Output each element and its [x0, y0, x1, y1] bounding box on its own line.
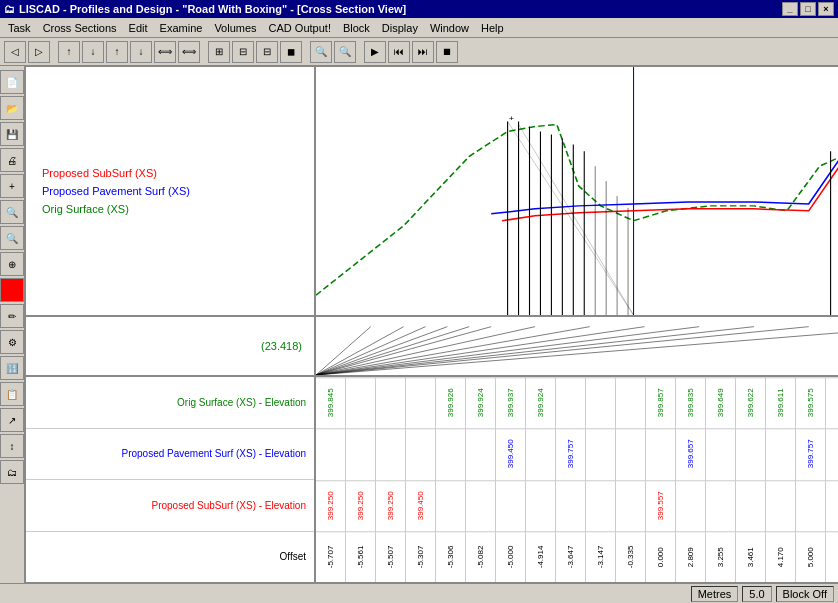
label-offset: Offset	[26, 532, 314, 583]
sidebar-layer[interactable]: 🗂	[0, 460, 24, 484]
svg-line-25	[519, 125, 634, 315]
svg-line-38	[316, 327, 838, 375]
sidebar-red[interactable]	[0, 278, 24, 302]
table-row: 399.757-3.647	[556, 377, 586, 582]
sidebar-settings[interactable]: ⚙	[0, 330, 24, 354]
profile-label: (23.418)	[261, 340, 302, 352]
profile-label-panel: (23.418)	[26, 317, 316, 375]
table-row: 399.857399.5570.000	[646, 377, 676, 582]
sidebar-save[interactable]: 💾	[0, 122, 24, 146]
toolbar-btn-5[interactable]: ↑	[106, 41, 128, 63]
toolbar-btn-8[interactable]: ⟺	[178, 41, 200, 63]
label-pavement-elevation: Proposed Pavement Surf (XS) - Elevation	[26, 429, 314, 481]
table-row: -0.335	[616, 377, 646, 582]
sidebar-zoom-in[interactable]: 🔍	[0, 200, 24, 224]
close-button[interactable]: ×	[818, 2, 834, 16]
svg-line-24	[508, 122, 634, 315]
left-sidebar: 📄 📂 💾 🖨 + 🔍 🔍 ⊕ ✏ ⚙ 🔢 📋 ↗ ↕ 🗂	[0, 66, 25, 583]
svg-line-26	[316, 327, 371, 375]
toolbar-btn-11[interactable]: ⊟	[256, 41, 278, 63]
toolbar-btn-9[interactable]: ⊞	[208, 41, 230, 63]
toolbar-btn-13[interactable]: 🔍	[310, 41, 332, 63]
legend-subsurface: Proposed SubSurf (XS)	[42, 167, 298, 179]
table-row: 399.575399.7575.000	[796, 377, 826, 582]
table-row: 399.6223.461	[736, 377, 766, 582]
sidebar-print[interactable]: 🖨	[0, 148, 24, 172]
sidebar-move[interactable]: ↕	[0, 434, 24, 458]
label-subsurf-elevation: Proposed SubSurf (XS) - Elevation	[26, 480, 314, 532]
toolbar-btn-12[interactable]: ◼	[280, 41, 302, 63]
menu-examine[interactable]: Examine	[154, 20, 209, 36]
menu-window[interactable]: Window	[424, 20, 475, 36]
menu-bar: Task Cross Sections Edit Examine Volumes…	[0, 18, 838, 38]
toolbar-btn-10[interactable]: ⊟	[232, 41, 254, 63]
toolbar-btn-1[interactable]: ◁	[4, 41, 26, 63]
svg-line-32	[316, 327, 535, 375]
menu-cad-output[interactable]: CAD Output!	[263, 20, 337, 36]
toolbar-btn-7[interactable]: ⟺	[154, 41, 176, 63]
legend-panel: Proposed SubSurf (XS) Proposed Pavement …	[26, 67, 316, 315]
table-row: 399.6114.170	[766, 377, 796, 582]
status-value: 5.0	[742, 586, 771, 602]
sidebar-pen[interactable]: ✏	[0, 304, 24, 328]
svg-line-37	[316, 327, 809, 375]
table-row: 399.250-5.561	[346, 377, 376, 582]
menu-display[interactable]: Display	[376, 20, 424, 36]
maximize-button[interactable]: □	[800, 2, 816, 16]
table-row: 399.937399.450-5.000	[496, 377, 526, 582]
status-bar: Metres 5.0 Block Off	[0, 583, 838, 603]
cross-section-svg: + + +	[316, 67, 838, 315]
svg-line-33	[316, 327, 590, 375]
table-row: 399.835399.6572.809	[676, 377, 706, 582]
toolbar-btn-15[interactable]: ▶	[364, 41, 386, 63]
svg-line-35	[316, 327, 699, 375]
data-columns[interactable]: 399.845399.250-5.707399.250-5.561399.250…	[316, 377, 838, 582]
svg-line-28	[316, 327, 425, 375]
toolbar-btn-16[interactable]: ⏮	[388, 41, 410, 63]
sidebar-zoom-extent[interactable]: ⊕	[0, 252, 24, 276]
minimize-button[interactable]: _	[782, 2, 798, 16]
data-table-section: Orig Surface (XS) - Elevation Proposed P…	[26, 377, 838, 582]
metres-label: Metres	[691, 586, 739, 602]
legend-pavement: Proposed Pavement Surf (XS)	[42, 185, 298, 197]
menu-block[interactable]: Block	[337, 20, 376, 36]
svg-line-30	[316, 327, 469, 375]
sidebar-plus[interactable]: +	[0, 174, 24, 198]
toolbar: ◁ ▷ ↑ ↓ ↑ ↓ ⟺ ⟺ ⊞ ⊟ ⊟ ◼ 🔍 🔍 ▶ ⏮ ⏭ ⏹	[0, 38, 838, 66]
app-icon: 🗂	[4, 3, 15, 15]
title-text: LISCAD - Profiles and Design - "Road Wit…	[19, 3, 406, 15]
sidebar-calc[interactable]: 🔢	[0, 356, 24, 380]
block-off-label[interactable]: Block Off	[776, 586, 834, 602]
toolbar-btn-3[interactable]: ↑	[58, 41, 80, 63]
toolbar-btn-18[interactable]: ⏹	[436, 41, 458, 63]
toolbar-btn-2[interactable]: ▷	[28, 41, 50, 63]
menu-edit[interactable]: Edit	[123, 20, 154, 36]
sidebar-arrow[interactable]: ↗	[0, 408, 24, 432]
menu-volumes[interactable]: Volumes	[208, 20, 262, 36]
menu-task[interactable]: Task	[2, 20, 37, 36]
table-row: 399.250-5.507	[376, 377, 406, 582]
toolbar-btn-4[interactable]: ↓	[82, 41, 104, 63]
table-row: 399.924-5.082	[466, 377, 496, 582]
title-bar: 🗂 LISCAD - Profiles and Design - "Road W…	[0, 0, 838, 18]
sidebar-report[interactable]: 📋	[0, 382, 24, 406]
svg-line-34	[316, 327, 644, 375]
table-row: 5.025	[826, 377, 838, 582]
legend-orig: Orig Surface (XS)	[42, 203, 298, 215]
table-row: 399.845399.250-5.707	[316, 377, 346, 582]
table-row: -3.147	[586, 377, 616, 582]
profile-view	[316, 317, 838, 375]
toolbar-btn-6[interactable]: ↓	[130, 41, 152, 63]
menu-cross-sections[interactable]: Cross Sections	[37, 20, 123, 36]
toolbar-btn-14[interactable]: 🔍	[334, 41, 356, 63]
menu-help[interactable]: Help	[475, 20, 510, 36]
table-row: 399.450-5.307	[406, 377, 436, 582]
toolbar-btn-17[interactable]: ⏭	[412, 41, 434, 63]
table-row: 399.6493.255	[706, 377, 736, 582]
label-orig-elevation: Orig Surface (XS) - Elevation	[26, 377, 314, 429]
sidebar-zoom-out[interactable]: 🔍	[0, 226, 24, 250]
sidebar-open[interactable]: 📂	[0, 96, 24, 120]
svg-text:+: +	[509, 113, 514, 122]
sidebar-new[interactable]: 📄	[0, 70, 24, 94]
table-labels: Orig Surface (XS) - Elevation Proposed P…	[26, 377, 316, 582]
